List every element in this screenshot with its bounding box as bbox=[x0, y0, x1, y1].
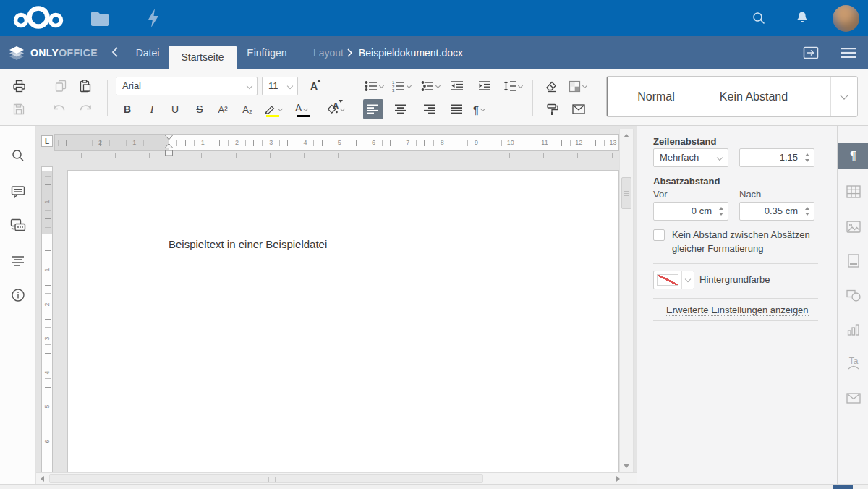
font-color-button[interactable]: A bbox=[294, 99, 318, 119]
scroll-up-button[interactable] bbox=[620, 129, 633, 142]
go-to-folder-icon[interactable] bbox=[801, 43, 820, 62]
horizontal-scroll-thumb[interactable] bbox=[49, 474, 483, 483]
header-footer-settings-icon[interactable] bbox=[844, 251, 863, 270]
mail-merge-settings-icon[interactable] bbox=[844, 388, 863, 407]
tab-startseite[interactable]: Startseite bbox=[169, 46, 237, 69]
brand-text-light: OFFICE bbox=[59, 47, 98, 59]
italic-button[interactable]: I bbox=[142, 99, 162, 119]
paragraph-settings-tab[interactable]: ¶ bbox=[838, 143, 868, 169]
bullet-list-button[interactable] bbox=[363, 76, 388, 96]
color-dropdown-chevron-icon[interactable] bbox=[681, 271, 694, 289]
mail-merge-button[interactable] bbox=[569, 99, 589, 119]
font-size-select[interactable]: 11 bbox=[262, 77, 298, 95]
line-spacing-heading: Zeilenabstand bbox=[653, 136, 716, 147]
text-art-settings-icon[interactable]: Ta bbox=[844, 354, 863, 373]
scroll-left-button[interactable] bbox=[36, 473, 48, 484]
strikethrough-button[interactable]: S bbox=[190, 99, 210, 119]
navigation-headings-icon[interactable] bbox=[9, 251, 27, 270]
status-bar-accent[interactable] bbox=[833, 485, 853, 489]
scroll-right-button[interactable] bbox=[612, 473, 624, 484]
user-avatar[interactable] bbox=[833, 5, 859, 32]
spinner-down-icon[interactable] bbox=[719, 213, 723, 216]
back-chevron-icon[interactable] bbox=[110, 46, 124, 60]
vertical-scroll-thumb[interactable] bbox=[621, 177, 631, 209]
style-empty-cell bbox=[802, 77, 830, 116]
tab-layout[interactable]: Layout bbox=[311, 36, 346, 69]
files-app-icon[interactable] bbox=[85, 4, 114, 33]
align-left-button[interactable] bbox=[363, 99, 383, 119]
ruler-number: 5 bbox=[338, 135, 341, 150]
font-name-value: Arial bbox=[122, 80, 141, 91]
undo-button[interactable] bbox=[49, 99, 69, 119]
superscript-button[interactable]: A² bbox=[213, 99, 233, 119]
document-title: Beispieldokument.docx bbox=[359, 36, 463, 69]
paragraph-marks-button[interactable]: ¶ bbox=[472, 99, 496, 119]
paragraph-shading-button[interactable] bbox=[324, 99, 349, 119]
search-icon[interactable] bbox=[746, 5, 772, 31]
style-normal[interactable]: Normal bbox=[607, 77, 705, 116]
numbered-list-button[interactable]: 123 bbox=[391, 76, 415, 96]
copy-style-button[interactable] bbox=[542, 99, 563, 119]
shape-settings-icon[interactable] bbox=[844, 286, 863, 305]
tab-einfuegen[interactable]: Einfügen bbox=[242, 36, 292, 69]
spinner-down-icon[interactable] bbox=[805, 159, 809, 162]
spacing-after-value: 0.35 cm bbox=[765, 203, 798, 220]
style-gallery-expand-button[interactable] bbox=[830, 77, 857, 116]
redo-button[interactable] bbox=[75, 99, 95, 119]
decrease-indent-button[interactable] bbox=[447, 76, 467, 96]
hamburger-menu-icon[interactable] bbox=[839, 43, 858, 62]
nextcloud-logo-icon[interactable] bbox=[12, 4, 65, 32]
line-spacing-value-spinner[interactable]: 1.15 bbox=[739, 148, 814, 167]
subscript-button[interactable]: A₂ bbox=[237, 99, 258, 119]
chat-icon[interactable] bbox=[9, 216, 27, 235]
clear-style-button[interactable] bbox=[541, 76, 561, 96]
advanced-settings-link[interactable]: Erweiterte Einstellungen anzeigen bbox=[666, 305, 809, 316]
underline-button[interactable]: U bbox=[165, 99, 185, 119]
table-shading-button[interactable] bbox=[567, 76, 592, 96]
font-name-select[interactable]: Arial bbox=[116, 77, 258, 95]
align-center-button[interactable] bbox=[391, 99, 411, 119]
spacing-after-spinner[interactable]: 0.35 cm bbox=[739, 202, 814, 221]
highlight-color-button[interactable] bbox=[263, 99, 288, 119]
increase-indent-button[interactable] bbox=[475, 76, 495, 96]
background-color-picker[interactable] bbox=[653, 271, 694, 289]
vertical-scrollbar[interactable] bbox=[619, 129, 634, 473]
style-kein-abstand[interactable]: Kein Abstand bbox=[705, 77, 802, 116]
activity-app-icon[interactable] bbox=[139, 4, 168, 33]
save-button[interactable] bbox=[9, 99, 29, 119]
no-spacing-checkbox[interactable] bbox=[653, 229, 665, 241]
no-spacing-checkbox-label[interactable]: Kein Abstand zwischen Absätzen gleicher … bbox=[672, 228, 820, 255]
horizontal-scrollbar[interactable] bbox=[36, 472, 637, 484]
tab-datei[interactable]: Datei bbox=[129, 36, 166, 69]
multilevel-list-button[interactable] bbox=[420, 76, 444, 96]
brand-text-bold: ONLY bbox=[30, 47, 59, 59]
spinner-up-icon[interactable] bbox=[805, 207, 809, 210]
find-icon[interactable] bbox=[9, 146, 27, 165]
paste-button[interactable] bbox=[75, 76, 95, 96]
scroll-down-button[interactable] bbox=[620, 460, 633, 472]
table-settings-icon[interactable] bbox=[844, 182, 863, 201]
tab-stop-selector[interactable]: L bbox=[41, 135, 53, 147]
chart-settings-icon[interactable] bbox=[844, 320, 863, 339]
spinner-up-icon[interactable] bbox=[805, 153, 809, 156]
main-area: L 2112345678910111213 1123456 Beis bbox=[0, 126, 868, 484]
bold-button[interactable]: B bbox=[117, 99, 137, 119]
ruler-number: 2 bbox=[43, 299, 51, 310]
line-spacing-button[interactable] bbox=[502, 76, 527, 96]
align-right-button[interactable] bbox=[420, 99, 440, 119]
line-spacing-mode-select[interactable]: Mehrfach bbox=[653, 148, 728, 167]
ruler-number: 1 bbox=[43, 265, 51, 275]
image-settings-icon[interactable] bbox=[844, 217, 863, 236]
copy-button[interactable] bbox=[51, 76, 71, 96]
notifications-bell-icon[interactable] bbox=[789, 5, 815, 31]
print-button[interactable] bbox=[9, 76, 29, 96]
document-text[interactable]: Beispieltext in einer Beispieldatei bbox=[169, 238, 327, 250]
justify-button[interactable] bbox=[447, 99, 467, 119]
comments-icon[interactable] bbox=[9, 182, 27, 201]
spinner-up-icon[interactable] bbox=[719, 207, 723, 210]
document-page[interactable]: Beispieltext in einer Beispieldatei bbox=[67, 170, 619, 473]
increase-font-button[interactable]: A bbox=[304, 76, 324, 96]
about-info-icon[interactable] bbox=[9, 286, 27, 305]
spinner-down-icon[interactable] bbox=[805, 213, 809, 216]
spacing-before-spinner[interactable]: 0 cm bbox=[653, 202, 728, 221]
